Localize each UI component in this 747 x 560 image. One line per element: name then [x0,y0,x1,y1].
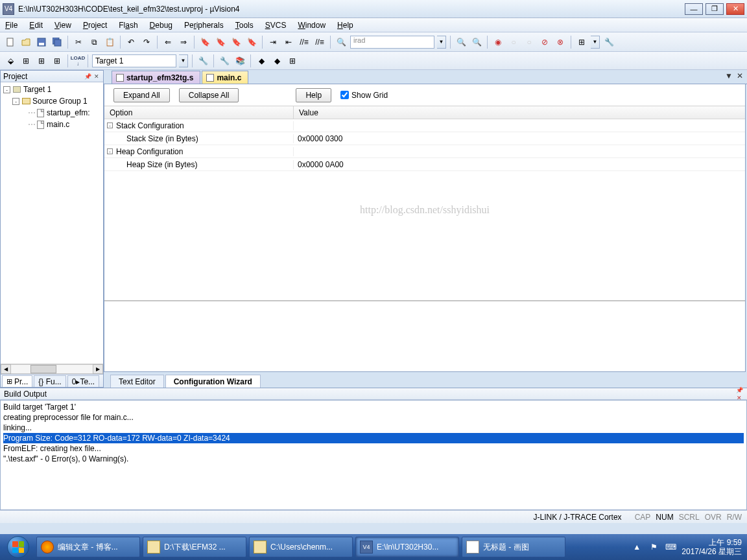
nav-back-icon[interactable]: ⇐ [161,36,174,49]
config-row[interactable]: Stack Size (in Bytes) 0x0000 0300 [104,132,745,145]
menu-edit[interactable]: Edit [29,21,43,30]
start-button[interactable] [0,534,36,560]
tab-dropdown-icon[interactable]: ▼ [725,71,733,80]
indent-icon[interactable]: ⇥ [267,36,279,49]
manage-components-icon[interactable]: ◆ [255,54,268,67]
scroll-thumb[interactable] [30,365,56,373]
project-tab-functions[interactable]: {} Fu... [34,375,65,387]
bookmark-clear-icon[interactable]: 🔖 [245,36,258,49]
taskbar-item[interactable]: 编辑文章 - 博客... [36,537,140,557]
expand-all-button[interactable]: Expand All [113,88,170,102]
download-icon[interactable]: LOAD↓ [72,54,84,67]
breakpoint-kill-icon[interactable]: ⊗ [554,36,567,49]
bookmark-prev-icon[interactable]: 🔖 [214,36,227,49]
maximize-button[interactable]: ❐ [706,3,724,15]
panel-close-icon[interactable]: ✕ [93,73,101,80]
menu-svcs[interactable]: SVCS [265,21,287,30]
copy-icon[interactable]: ⧉ [88,36,101,49]
show-grid-checkbox[interactable]: Show Grid [340,91,388,100]
window-icon[interactable]: ⊞ [575,36,588,49]
build-line[interactable]: linking... [3,423,744,433]
tray-flag-icon[interactable]: ⚑ [648,541,659,553]
incremental-find-icon[interactable]: 🔍 [470,36,483,49]
rebuild-icon[interactable]: ⊞ [35,54,48,67]
build-line[interactable]: Program Size: Code=312 RO-data=172 RW-da… [3,433,744,443]
system-tray[interactable]: ▲ ⚑ ⌨ 上午 9:59 2017/4/26 星期三 [631,538,747,556]
target-dropdown-icon[interactable]: ▼ [179,54,188,67]
bookmark-icon[interactable]: 🔖 [198,36,211,49]
open-file-icon[interactable] [19,36,32,49]
file-ext-icon[interactable]: 🔧 [218,54,231,67]
build-line[interactable]: ".\test.axf" - 0 Error(s), 0 Warning(s). [3,454,744,464]
find-in-files-icon[interactable]: 🔍 [455,36,468,49]
menu-file[interactable]: File [5,21,18,30]
breakpoint-insert-icon[interactable]: ○ [507,36,520,49]
translate-icon[interactable]: ⬙ [4,54,17,67]
menu-project[interactable]: Project [83,21,107,30]
minimize-button[interactable]: — [685,3,703,15]
build-output-text[interactable]: Build target 'Target 1'creating preproce… [0,400,747,510]
undo-icon[interactable]: ↶ [124,36,137,49]
config-row[interactable]: -Stack Configuration [104,119,745,132]
find-icon[interactable]: 🔍 [335,36,348,49]
uncomment-icon[interactable]: //≡ [313,36,326,49]
cut-icon[interactable]: ✂ [72,36,85,49]
tray-up-icon[interactable]: ▲ [631,541,643,553]
bookmark-next-icon[interactable]: 🔖 [230,36,243,49]
tree-toggle-icon[interactable]: - [12,98,19,105]
debug-icon[interactable]: ◉ [492,36,504,49]
panel-pin-icon[interactable]: 📌 [735,386,743,394]
menu-tools[interactable]: Tools [235,21,254,30]
file-tab-startup[interactable]: startup_efm32tg.s [112,71,200,84]
build-line[interactable]: FromELF: creating hex file... [3,443,744,454]
menu-window[interactable]: Window [298,21,326,30]
scroll-right-icon[interactable]: ▶ [93,364,103,374]
collapse-all-button[interactable]: Collapse All [179,88,239,102]
project-tab-templates[interactable]: 0▸Te... [67,375,99,387]
tab-close-icon[interactable]: ✕ [737,71,743,80]
redo-icon[interactable]: ↷ [140,36,153,49]
build-icon[interactable]: ⊞ [19,54,32,67]
target-options-icon[interactable]: 🔧 [196,54,209,67]
scroll-left-icon[interactable]: ◀ [1,364,11,374]
menu-flash[interactable]: Flash [119,21,137,30]
build-line[interactable]: Build target 'Target 1' [3,402,744,412]
menu-peripherals[interactable]: Peripherals [184,21,224,30]
project-tab-project[interactable]: ⊞ Pr... [2,375,32,387]
target-select[interactable]: Target 1 [92,54,176,67]
config-row[interactable]: -Heap Configuration [104,145,745,158]
pack-installer-icon[interactable]: ⊞ [286,54,299,67]
help-button[interactable]: Help [296,88,331,102]
taskbar-item[interactable]: V4E:\ln\UT302H30... [355,537,459,557]
menu-help[interactable]: Help [337,21,353,30]
close-button[interactable]: ✕ [726,3,744,15]
project-tree[interactable]: - Target 1 - Source Group 1 ⋯ startup_ef… [1,82,103,364]
build-line[interactable]: creating preprocessor file for main.c... [3,412,744,423]
menu-debug[interactable]: Debug [150,21,172,30]
batch-build-icon[interactable]: ⊞ [51,54,64,67]
breakpoint-disable-icon[interactable]: ⊘ [538,36,551,49]
save-all-icon[interactable] [51,36,64,49]
project-hscroll[interactable]: ◀ ▶ [1,364,103,374]
save-icon[interactable] [35,36,48,49]
panel-pin-icon[interactable]: 📌 [84,73,91,80]
menu-view[interactable]: View [54,21,71,30]
tree-root[interactable]: - Target 1 [1,84,103,95]
tray-ime-icon[interactable]: ⌨ [665,541,676,553]
find-dropdown-icon[interactable]: ▼ [437,36,446,49]
find-input[interactable]: irad [350,36,434,49]
tree-toggle-icon[interactable]: - [3,86,10,93]
taskbar-item[interactable]: C:\Users\chenm... [249,537,353,557]
breakpoint-enable-icon[interactable]: ○ [523,36,536,49]
collapse-icon[interactable]: - [107,148,113,154]
file-tab-main[interactable]: main.c [202,71,248,84]
tree-group[interactable]: - Source Group 1 [1,95,103,107]
collapse-icon[interactable]: - [107,122,113,128]
window-dropdown-icon[interactable]: ▼ [591,36,600,49]
config-row[interactable]: Heap Size (in Bytes) 0x0000 0A00 [104,158,745,171]
manage-books-icon[interactable]: 📚 [233,54,246,67]
nav-fwd-icon[interactable]: ⇒ [177,36,190,49]
tree-file[interactable]: ⋯ main.c [1,119,103,130]
taskbar-item[interactable]: D:\下载\EFM32 ... [143,537,246,557]
tab-config-wizard[interactable]: Configuration Wizard [165,375,261,388]
